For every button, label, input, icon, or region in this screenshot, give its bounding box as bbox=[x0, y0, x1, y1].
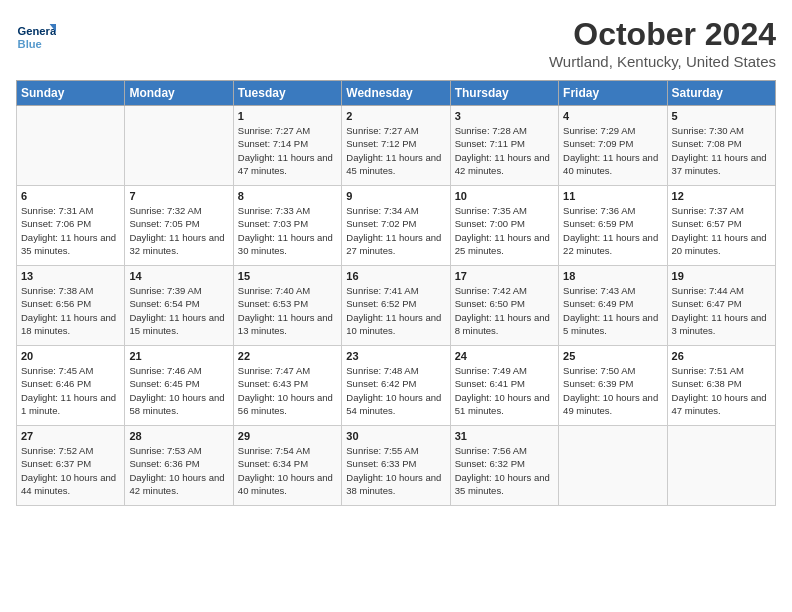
day-detail: Sunrise: 7:45 AM Sunset: 6:46 PM Dayligh… bbox=[21, 364, 120, 417]
calendar-cell: 3Sunrise: 7:28 AM Sunset: 7:11 PM Daylig… bbox=[450, 106, 558, 186]
day-number: 31 bbox=[455, 430, 554, 442]
calendar-cell: 17Sunrise: 7:42 AM Sunset: 6:50 PM Dayli… bbox=[450, 266, 558, 346]
day-number: 5 bbox=[672, 110, 771, 122]
day-detail: Sunrise: 7:49 AM Sunset: 6:41 PM Dayligh… bbox=[455, 364, 554, 417]
day-number: 8 bbox=[238, 190, 337, 202]
header-day: Friday bbox=[559, 81, 667, 106]
calendar-cell: 15Sunrise: 7:40 AM Sunset: 6:53 PM Dayli… bbox=[233, 266, 341, 346]
day-detail: Sunrise: 7:32 AM Sunset: 7:05 PM Dayligh… bbox=[129, 204, 228, 257]
day-number: 28 bbox=[129, 430, 228, 442]
logo-icon: General Blue bbox=[16, 16, 56, 56]
day-detail: Sunrise: 7:28 AM Sunset: 7:11 PM Dayligh… bbox=[455, 124, 554, 177]
day-number: 30 bbox=[346, 430, 445, 442]
day-number: 10 bbox=[455, 190, 554, 202]
svg-text:General: General bbox=[18, 25, 56, 37]
day-number: 20 bbox=[21, 350, 120, 362]
day-detail: Sunrise: 7:53 AM Sunset: 6:36 PM Dayligh… bbox=[129, 444, 228, 497]
day-number: 21 bbox=[129, 350, 228, 362]
day-detail: Sunrise: 7:35 AM Sunset: 7:00 PM Dayligh… bbox=[455, 204, 554, 257]
calendar-cell: 12Sunrise: 7:37 AM Sunset: 6:57 PM Dayli… bbox=[667, 186, 775, 266]
header-day: Monday bbox=[125, 81, 233, 106]
day-number: 23 bbox=[346, 350, 445, 362]
day-detail: Sunrise: 7:38 AM Sunset: 6:56 PM Dayligh… bbox=[21, 284, 120, 337]
day-number: 2 bbox=[346, 110, 445, 122]
calendar-cell: 30Sunrise: 7:55 AM Sunset: 6:33 PM Dayli… bbox=[342, 426, 450, 506]
day-number: 1 bbox=[238, 110, 337, 122]
day-number: 24 bbox=[455, 350, 554, 362]
day-detail: Sunrise: 7:44 AM Sunset: 6:47 PM Dayligh… bbox=[672, 284, 771, 337]
calendar-subtitle: Wurtland, Kentucky, United States bbox=[549, 53, 776, 70]
calendar-week: 27Sunrise: 7:52 AM Sunset: 6:37 PM Dayli… bbox=[17, 426, 776, 506]
day-detail: Sunrise: 7:39 AM Sunset: 6:54 PM Dayligh… bbox=[129, 284, 228, 337]
day-detail: Sunrise: 7:30 AM Sunset: 7:08 PM Dayligh… bbox=[672, 124, 771, 177]
day-detail: Sunrise: 7:48 AM Sunset: 6:42 PM Dayligh… bbox=[346, 364, 445, 417]
calendar-cell: 13Sunrise: 7:38 AM Sunset: 6:56 PM Dayli… bbox=[17, 266, 125, 346]
calendar-cell bbox=[559, 426, 667, 506]
calendar-cell: 6Sunrise: 7:31 AM Sunset: 7:06 PM Daylig… bbox=[17, 186, 125, 266]
calendar-cell: 31Sunrise: 7:56 AM Sunset: 6:32 PM Dayli… bbox=[450, 426, 558, 506]
day-number: 13 bbox=[21, 270, 120, 282]
calendar-cell: 9Sunrise: 7:34 AM Sunset: 7:02 PM Daylig… bbox=[342, 186, 450, 266]
day-number: 22 bbox=[238, 350, 337, 362]
day-detail: Sunrise: 7:31 AM Sunset: 7:06 PM Dayligh… bbox=[21, 204, 120, 257]
calendar-cell: 8Sunrise: 7:33 AM Sunset: 7:03 PM Daylig… bbox=[233, 186, 341, 266]
day-detail: Sunrise: 7:29 AM Sunset: 7:09 PM Dayligh… bbox=[563, 124, 662, 177]
day-number: 14 bbox=[129, 270, 228, 282]
calendar-cell: 10Sunrise: 7:35 AM Sunset: 7:00 PM Dayli… bbox=[450, 186, 558, 266]
day-detail: Sunrise: 7:27 AM Sunset: 7:12 PM Dayligh… bbox=[346, 124, 445, 177]
day-detail: Sunrise: 7:33 AM Sunset: 7:03 PM Dayligh… bbox=[238, 204, 337, 257]
day-detail: Sunrise: 7:47 AM Sunset: 6:43 PM Dayligh… bbox=[238, 364, 337, 417]
calendar-cell: 7Sunrise: 7:32 AM Sunset: 7:05 PM Daylig… bbox=[125, 186, 233, 266]
day-number: 25 bbox=[563, 350, 662, 362]
calendar-cell: 26Sunrise: 7:51 AM Sunset: 6:38 PM Dayli… bbox=[667, 346, 775, 426]
day-detail: Sunrise: 7:50 AM Sunset: 6:39 PM Dayligh… bbox=[563, 364, 662, 417]
calendar-week: 13Sunrise: 7:38 AM Sunset: 6:56 PM Dayli… bbox=[17, 266, 776, 346]
calendar-cell: 18Sunrise: 7:43 AM Sunset: 6:49 PM Dayli… bbox=[559, 266, 667, 346]
calendar-cell: 22Sunrise: 7:47 AM Sunset: 6:43 PM Dayli… bbox=[233, 346, 341, 426]
day-detail: Sunrise: 7:51 AM Sunset: 6:38 PM Dayligh… bbox=[672, 364, 771, 417]
header-day: Saturday bbox=[667, 81, 775, 106]
day-number: 9 bbox=[346, 190, 445, 202]
day-detail: Sunrise: 7:43 AM Sunset: 6:49 PM Dayligh… bbox=[563, 284, 662, 337]
calendar-week: 6Sunrise: 7:31 AM Sunset: 7:06 PM Daylig… bbox=[17, 186, 776, 266]
day-number: 7 bbox=[129, 190, 228, 202]
day-detail: Sunrise: 7:56 AM Sunset: 6:32 PM Dayligh… bbox=[455, 444, 554, 497]
day-detail: Sunrise: 7:36 AM Sunset: 6:59 PM Dayligh… bbox=[563, 204, 662, 257]
calendar-cell bbox=[125, 106, 233, 186]
day-number: 4 bbox=[563, 110, 662, 122]
calendar-cell bbox=[667, 426, 775, 506]
calendar-cell: 28Sunrise: 7:53 AM Sunset: 6:36 PM Dayli… bbox=[125, 426, 233, 506]
day-detail: Sunrise: 7:54 AM Sunset: 6:34 PM Dayligh… bbox=[238, 444, 337, 497]
header-row: SundayMondayTuesdayWednesdayThursdayFrid… bbox=[17, 81, 776, 106]
calendar-cell: 14Sunrise: 7:39 AM Sunset: 6:54 PM Dayli… bbox=[125, 266, 233, 346]
day-detail: Sunrise: 7:27 AM Sunset: 7:14 PM Dayligh… bbox=[238, 124, 337, 177]
calendar-cell: 1Sunrise: 7:27 AM Sunset: 7:14 PM Daylig… bbox=[233, 106, 341, 186]
calendar-cell: 23Sunrise: 7:48 AM Sunset: 6:42 PM Dayli… bbox=[342, 346, 450, 426]
day-detail: Sunrise: 7:40 AM Sunset: 6:53 PM Dayligh… bbox=[238, 284, 337, 337]
calendar-cell: 27Sunrise: 7:52 AM Sunset: 6:37 PM Dayli… bbox=[17, 426, 125, 506]
day-detail: Sunrise: 7:41 AM Sunset: 6:52 PM Dayligh… bbox=[346, 284, 445, 337]
day-number: 18 bbox=[563, 270, 662, 282]
calendar-cell: 11Sunrise: 7:36 AM Sunset: 6:59 PM Dayli… bbox=[559, 186, 667, 266]
day-detail: Sunrise: 7:46 AM Sunset: 6:45 PM Dayligh… bbox=[129, 364, 228, 417]
calendar-cell: 16Sunrise: 7:41 AM Sunset: 6:52 PM Dayli… bbox=[342, 266, 450, 346]
calendar-cell: 19Sunrise: 7:44 AM Sunset: 6:47 PM Dayli… bbox=[667, 266, 775, 346]
day-number: 26 bbox=[672, 350, 771, 362]
page-header: General Blue October 2024 Wurtland, Kent… bbox=[16, 16, 776, 70]
calendar-cell: 5Sunrise: 7:30 AM Sunset: 7:08 PM Daylig… bbox=[667, 106, 775, 186]
calendar-table: SundayMondayTuesdayWednesdayThursdayFrid… bbox=[16, 80, 776, 506]
svg-text:Blue: Blue bbox=[18, 38, 42, 50]
calendar-cell: 25Sunrise: 7:50 AM Sunset: 6:39 PM Dayli… bbox=[559, 346, 667, 426]
day-number: 17 bbox=[455, 270, 554, 282]
day-detail: Sunrise: 7:42 AM Sunset: 6:50 PM Dayligh… bbox=[455, 284, 554, 337]
calendar-cell: 20Sunrise: 7:45 AM Sunset: 6:46 PM Dayli… bbox=[17, 346, 125, 426]
day-number: 6 bbox=[21, 190, 120, 202]
day-number: 11 bbox=[563, 190, 662, 202]
day-number: 12 bbox=[672, 190, 771, 202]
day-number: 16 bbox=[346, 270, 445, 282]
calendar-week: 1Sunrise: 7:27 AM Sunset: 7:14 PM Daylig… bbox=[17, 106, 776, 186]
header-day: Wednesday bbox=[342, 81, 450, 106]
calendar-header: SundayMondayTuesdayWednesdayThursdayFrid… bbox=[17, 81, 776, 106]
header-day: Tuesday bbox=[233, 81, 341, 106]
header-day: Sunday bbox=[17, 81, 125, 106]
